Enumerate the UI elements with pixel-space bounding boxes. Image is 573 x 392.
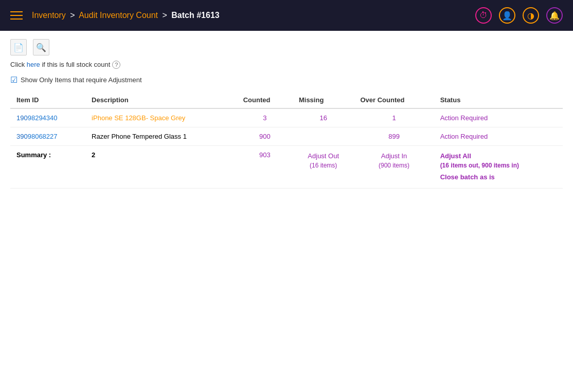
item-id-prefix-1: 190 <box>16 114 28 122</box>
user-icon[interactable]: 👤 <box>499 7 515 24</box>
pie-chart-icon[interactable]: ◑ <box>523 7 539 24</box>
breadcrumb: Inventory > Audit Inventory Count > Batc… <box>32 11 220 20</box>
adjust-all-link[interactable]: Adjust All <box>440 151 557 162</box>
overcounted-cell-1: 1 <box>354 108 434 127</box>
col-counted: Counted <box>237 92 293 108</box>
status-cell-2: Action Required <box>434 127 563 146</box>
summary-missing: Adjust Out (16 items) <box>293 146 354 189</box>
item-desc-2: Razer Phone Tempered Glass 1 <box>92 133 187 140</box>
breadcrumb-inventory[interactable]: Inventory <box>32 11 66 20</box>
counted-cell-2: 900 <box>237 127 293 146</box>
header-icons: ⏱ 👤 ◑ 🔔 <box>475 7 563 24</box>
breadcrumb-audit[interactable]: Audit Inventory Count <box>79 11 158 20</box>
content-area: 📄 🔍 Click here if this is full stock cou… <box>0 31 573 197</box>
item-id-prefix-2: 390 <box>16 133 28 140</box>
summary-overcounted: Adjust In (900 items) <box>354 146 434 189</box>
full-stock-suffix: if this is full stock count <box>40 61 111 68</box>
adjust-out-sub: (16 items) <box>299 162 348 169</box>
adjust-in-sub: (900 items) <box>360 162 427 169</box>
breadcrumb-sep2: > <box>163 11 167 20</box>
filter-row[interactable]: ☑ Show Only Items that require Adjustmen… <box>10 75 563 85</box>
summary-counted: 903 <box>237 146 293 189</box>
item-id-link-1[interactable]: 19098294340 <box>16 114 58 122</box>
missing-cell-2 <box>293 127 354 146</box>
item-id-link-2[interactable]: 39098068227 <box>16 133 58 140</box>
missing-cell-1: 16 <box>293 108 354 127</box>
hamburger-menu[interactable] <box>10 11 23 20</box>
full-stock-note: Click here if this is full stock count? <box>10 61 563 69</box>
breadcrumb-sep1: > <box>70 11 75 20</box>
adjust-all-sub: (16 items out, 900 items in) <box>440 162 557 169</box>
item-desc-link-1[interactable]: iPhone SE 128GB- Space Grey <box>92 114 185 122</box>
summary-row: Summary : 2 903 Adjust Out (16 items) Ad… <box>10 146 563 189</box>
close-batch-link[interactable]: Close batch as is <box>440 172 557 183</box>
description-cell-2: Razer Phone Tempered Glass 1 <box>85 127 237 146</box>
item-id-suffix-2: 98068227 <box>28 133 58 140</box>
adjust-out-link[interactable]: Adjust Out <box>299 151 348 162</box>
full-stock-link[interactable]: here <box>27 61 40 68</box>
export-icon: 📄 <box>13 43 24 52</box>
col-description: Description <box>85 92 237 108</box>
col-missing: Missing <box>293 92 354 108</box>
inventory-table: Item ID Description Counted Missing Over… <box>10 92 563 189</box>
search-icon: 🔍 <box>36 43 46 52</box>
summary-count: 2 <box>85 146 237 189</box>
full-stock-prefix: Click <box>10 61 27 68</box>
status-badge-1: Action Required <box>440 114 488 122</box>
summary-status: Adjust All (16 items out, 900 items in) … <box>434 146 563 189</box>
col-item-id: Item ID <box>10 92 85 108</box>
item-id-cell: 19098294340 <box>10 108 85 127</box>
table-header-row: Item ID Description Counted Missing Over… <box>10 92 563 108</box>
counted-cell-1: 3 <box>237 108 293 127</box>
table-row: 39098068227 Razer Phone Tempered Glass 1… <box>10 127 563 146</box>
breadcrumb-batch: Batch #1613 <box>171 11 219 20</box>
header: Inventory > Audit Inventory Count > Batc… <box>0 0 573 31</box>
adjust-in-link[interactable]: Adjust In <box>360 151 427 162</box>
bell-icon[interactable]: 🔔 <box>546 7 563 24</box>
toolbar: 📄 🔍 <box>10 39 563 55</box>
overcounted-cell-2: 899 <box>354 127 434 146</box>
search-button[interactable]: 🔍 <box>33 39 49 55</box>
status-badge-2: Action Required <box>440 133 488 140</box>
item-id-cell-2: 39098068227 <box>10 127 85 146</box>
checkbox-icon: ☑ <box>10 75 17 85</box>
filter-label: Show Only Items that require Adjustment <box>21 76 142 84</box>
item-id-suffix-1: 98294340 <box>28 114 58 122</box>
export-button[interactable]: 📄 <box>10 39 27 55</box>
col-status: Status <box>434 92 563 108</box>
info-icon[interactable]: ? <box>112 61 120 69</box>
header-left: Inventory > Audit Inventory Count > Batc… <box>10 11 220 20</box>
description-cell-1: iPhone SE 128GB- Space Grey <box>85 108 237 127</box>
clock-icon[interactable]: ⏱ <box>475 7 492 24</box>
summary-label: Summary : <box>10 146 85 189</box>
col-over-counted: Over Counted <box>354 92 434 108</box>
status-cell-1: Action Required <box>434 108 563 127</box>
table-row: 19098294340 iPhone SE 128GB- Space Grey … <box>10 108 563 127</box>
inventory-table-wrapper: Item ID Description Counted Missing Over… <box>10 92 563 189</box>
